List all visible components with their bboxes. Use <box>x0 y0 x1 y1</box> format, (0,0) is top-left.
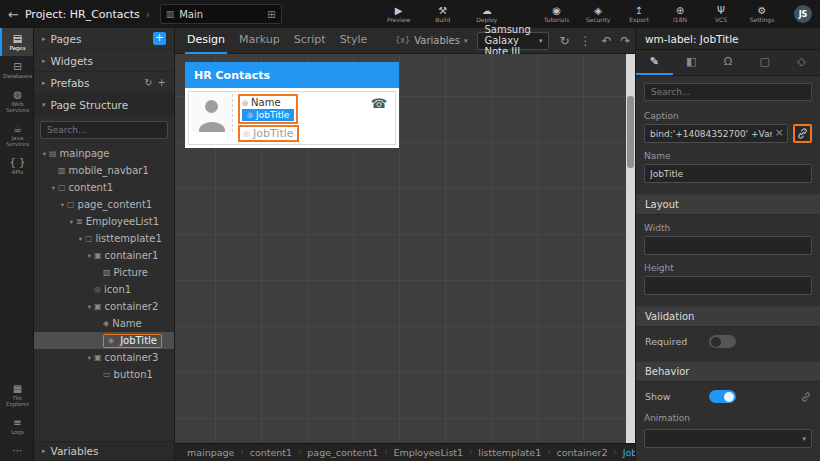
tree-item-mainpage[interactable]: ▾ ▤ mainpage <box>34 145 174 162</box>
caret-down-icon[interactable]: ▾ <box>49 184 58 192</box>
mobile-page-header[interactable]: HR Contacts <box>185 62 399 88</box>
list-template[interactable]: ◎ Name ◎ JobTitle <box>188 91 396 145</box>
show-toggle[interactable] <box>709 390 736 403</box>
clear-caption-icon[interactable]: × <box>775 127 784 139</box>
bind-caption-button[interactable] <box>793 124 812 143</box>
device-select[interactable]: Samsung Galaxy Note III ▾ <box>477 32 549 50</box>
section-variables[interactable]: ▸ Variables <box>34 441 174 461</box>
tree-item-jobtitle[interactable]: ◈ JobTitle <box>34 332 174 349</box>
rail-item-more[interactable]: ⋯ <box>0 440 33 461</box>
tree-item-picture[interactable]: ▧ Picture <box>34 264 174 281</box>
refresh-prefabs-icon[interactable]: ↻ <box>144 77 152 88</box>
user-avatar[interactable]: JS <box>794 5 812 23</box>
breadcrumb-item[interactable]: EmployeeList1 <box>393 447 463 458</box>
vcs-button[interactable]: Ψ VCS <box>706 5 736 23</box>
employee-list-widget[interactable]: ◎ Name ◎ JobTitle <box>185 88 399 148</box>
behavior-section-header[interactable]: Behavior <box>636 361 820 382</box>
bind-show-button[interactable] <box>801 392 811 402</box>
tab-markup[interactable]: Markup <box>237 28 282 54</box>
caret-down-icon[interactable]: ▾ <box>76 235 85 243</box>
tree-item-container2[interactable]: ▾ ▣ container2 <box>34 298 174 315</box>
tree-item-mobile-navbar1[interactable]: ▥ mobile_navbar1 <box>34 162 174 179</box>
rail-item-java-services[interactable]: ☕ Java Services <box>0 118 33 152</box>
tab-style[interactable]: Style <box>338 28 370 54</box>
tree-item-name[interactable]: ◈ Name <box>34 315 174 332</box>
rail-item-apis[interactable]: { } APIs <box>0 152 33 180</box>
tree-item-employeelist1[interactable]: ▾ ≣ EmployeeList1 <box>34 213 174 230</box>
add-prefab-icon[interactable]: + <box>158 77 166 88</box>
structure-search-input[interactable] <box>40 121 168 139</box>
caret-down-icon[interactable]: ▾ <box>85 252 94 260</box>
tab-styles[interactable]: ◧ <box>673 50 710 75</box>
jobtitle-widget-selected[interactable]: ◎ JobTitle <box>242 109 294 121</box>
caret-down-icon[interactable]: ▾ <box>67 218 76 226</box>
height-input[interactable] <box>644 276 812 295</box>
tree-item-content1[interactable]: ▾ ▢ content1 <box>34 179 174 196</box>
avatar-placeholder[interactable] <box>191 94 233 132</box>
design-canvas[interactable]: HR Contacts ◎ Name <box>175 54 635 443</box>
preview-button[interactable]: ▶ Preview <box>384 5 414 23</box>
tab-script[interactable]: Script <box>292 28 328 54</box>
breadcrumb-item[interactable]: listtemplate1 <box>478 447 541 458</box>
name-input[interactable] <box>644 164 812 183</box>
section-prefabs[interactable]: ▸ Prefabs ↻ + <box>34 72 174 94</box>
rail-item-web-services[interactable]: ◍ Web Services <box>0 84 33 118</box>
deploy-button[interactable]: ☁ Deploy <box>472 5 502 23</box>
layout-section-header[interactable]: Layout <box>636 194 820 215</box>
breadcrumb-item[interactable]: content1 <box>250 447 292 458</box>
tree-item-container3[interactable]: ▾ ▣ container3 <box>34 349 174 366</box>
section-widgets[interactable]: ▸ Widgets <box>34 50 174 72</box>
tree-item-button1[interactable]: ▭ button1 <box>34 366 174 383</box>
properties-search-input[interactable] <box>644 83 812 101</box>
section-page-structure[interactable]: ▾ Page Structure <box>34 94 174 116</box>
kebab-menu-icon[interactable]: ⋮ <box>579 34 591 48</box>
breadcrumb-item-current[interactable]: JobTitle <box>623 447 635 458</box>
required-toggle[interactable] <box>709 335 736 348</box>
export-button[interactable]: ↥ Export <box>624 5 654 23</box>
animation-select[interactable]: ▾ <box>644 429 812 448</box>
caret-down-icon[interactable]: ▾ <box>40 150 49 158</box>
tab-properties[interactable]: ✎ <box>636 50 673 75</box>
rail-item-logs[interactable]: ≡ Logs <box>0 412 33 440</box>
validation-section-header[interactable]: Validation <box>636 306 820 327</box>
page-selector[interactable]: ▥ Main ⊞ <box>160 4 282 24</box>
breadcrumb-item[interactable]: container2 <box>556 447 607 458</box>
grid-view-icon[interactable]: ⊞ <box>267 9 275 20</box>
rail-item-pages[interactable]: ▤ Pages <box>0 28 33 56</box>
breadcrumb-item[interactable]: mainpage <box>187 447 234 458</box>
tab-design[interactable]: Design <box>185 28 227 54</box>
section-pages[interactable]: ▸ Pages + <box>34 28 174 50</box>
settings-button[interactable]: ⚙ Settings <box>747 5 777 23</box>
scrollbar-thumb[interactable] <box>627 96 634 168</box>
rail-item-file-explorer[interactable]: ▦ File Explorer <box>0 378 33 412</box>
tree-item-listtemplate1[interactable]: ▾ ▢ listtemplate1 <box>34 230 174 247</box>
tab-security-props[interactable]: ◇ <box>783 50 820 75</box>
tutorials-button[interactable]: ◉ Tutorials <box>542 5 572 23</box>
caret-down-icon[interactable]: ▾ <box>85 303 94 311</box>
tree-item-page-content1[interactable]: ▾ ▢ page_content1 <box>34 196 174 213</box>
i18n-button[interactable]: ⊕ I18N <box>665 5 695 23</box>
security-button[interactable]: ◈ Security <box>583 5 613 23</box>
variables-dropdown[interactable]: {x} Variables ▾ <box>395 35 467 46</box>
tree-item-icon1[interactable]: ◎ icon1 <box>34 281 174 298</box>
rail-item-databases[interactable]: ⊟ Databases <box>0 56 33 84</box>
undo-icon[interactable]: ↶ <box>601 34 611 48</box>
name-label-widget[interactable]: ◎ Name <box>242 97 294 108</box>
build-button[interactable]: ⚒ Build <box>428 5 458 23</box>
container2-widget[interactable]: ◎ Name ◎ JobTitle <box>238 94 299 142</box>
redo-icon[interactable]: ↷ <box>621 34 631 48</box>
rotate-device-icon[interactable]: ↻ <box>559 34 569 48</box>
jobtitle-label-widget[interactable]: ◎ JobTitle <box>243 127 294 140</box>
caption-input[interactable] <box>644 124 788 143</box>
back-arrow-icon[interactable]: ← <box>8 7 19 22</box>
tab-markup-props[interactable]: ▢ <box>746 50 783 75</box>
caret-down-icon[interactable]: ▾ <box>85 354 94 362</box>
breadcrumb-item[interactable]: page_content1 <box>307 447 378 458</box>
tree-item-container1[interactable]: ▾ ▣ container1 <box>34 247 174 264</box>
tab-events[interactable]: Ω <box>710 50 747 75</box>
call-button[interactable]: ☎ <box>365 94 393 113</box>
canvas-scrollbar[interactable] <box>626 54 635 443</box>
width-input[interactable] <box>644 236 812 255</box>
add-page-button[interactable]: + <box>153 32 166 45</box>
caret-down-icon[interactable]: ▾ <box>58 201 67 209</box>
